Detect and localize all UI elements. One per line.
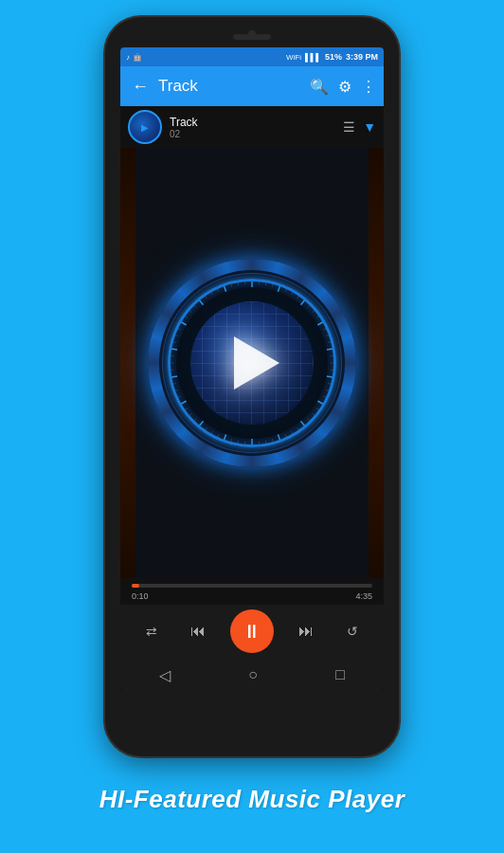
pause-button[interactable]: ⏸ [230, 609, 274, 653]
controls: ⇄ ⏮ ⏸ ⏭ ↺ [120, 605, 384, 658]
shuffle-button[interactable]: ⇄ [136, 616, 167, 646]
music-status-icon: ♪ [126, 53, 130, 62]
status-bar: ♪ 🤖 WiFi ▌▌▌ 51% 3:39 PM [120, 47, 384, 66]
track-number: 02 [170, 129, 335, 139]
wifi-icon: WiFi [286, 53, 301, 62]
play-triangle[interactable] [234, 336, 279, 390]
front-camera [248, 30, 256, 38]
equalizer-icon[interactable]: ⚙ [338, 78, 351, 96]
track-header: Track 02 ☰ ▼ [120, 106, 384, 148]
status-time: 3:39 PM [346, 52, 378, 62]
bottom-banner: HI-Featured Music Player [0, 756, 504, 842]
total-time: 4:35 [355, 591, 372, 601]
nav-recent-button[interactable]: □ [324, 662, 356, 687]
nav-home-button[interactable]: ○ [237, 662, 269, 687]
side-art-left [120, 148, 135, 578]
phone-top [105, 17, 399, 40]
progress-section: 0:10 4:35 [120, 578, 384, 605]
battery-level: 51% [325, 52, 342, 62]
circle-player[interactable]: // This will be handled in JS below [148, 259, 356, 467]
toolbar: ← Track 🔍 ⚙ ⋮ [120, 66, 384, 106]
banner-text: HI-Featured Music Player [99, 785, 405, 814]
status-right: WiFi ▌▌▌ 51% 3:39 PM [286, 52, 378, 62]
progress-bar-container[interactable] [132, 584, 372, 588]
current-time: 0:10 [132, 591, 149, 601]
search-icon[interactable]: 🔍 [310, 78, 329, 96]
status-left: ♪ 🤖 [126, 53, 142, 62]
toolbar-title: Track [158, 77, 304, 96]
repeat-button[interactable]: ↺ [337, 616, 368, 646]
nav-bar: ◁ ○ □ [120, 658, 384, 692]
progress-times: 0:10 4:35 [132, 591, 372, 601]
phone-shell: ♪ 🤖 WiFi ▌▌▌ 51% 3:39 PM ← Track 🔍 ⚙ ⋮ [105, 17, 399, 756]
player-main: // This will be handled in JS below [120, 148, 384, 578]
track-name: Track [170, 116, 335, 129]
globe-bg [190, 301, 314, 425]
album-art-thumb [128, 110, 162, 144]
next-button[interactable]: ⏭ [291, 616, 321, 646]
signal-icon: ▌▌▌ [305, 53, 321, 62]
phone-screen: ♪ 🤖 WiFi ▌▌▌ 51% 3:39 PM ← Track 🔍 ⚙ ⋮ [120, 47, 384, 692]
prev-button[interactable]: ⏮ [183, 616, 213, 646]
side-art-right [369, 148, 384, 578]
android-icon: 🤖 [133, 53, 142, 62]
track-header-icons: ☰ ▼ [343, 119, 376, 135]
more-options-icon[interactable]: ⋮ [361, 78, 376, 96]
track-info: Track 02 [170, 116, 335, 139]
toolbar-icons: 🔍 ⚙ ⋮ [310, 78, 376, 96]
nav-back-button[interactable]: ◁ [148, 662, 182, 688]
list-menu-icon[interactable]: ☰ [343, 119, 355, 135]
progress-fill [132, 584, 139, 588]
dropdown-icon[interactable]: ▼ [363, 119, 376, 135]
back-button[interactable]: ← [128, 73, 153, 100]
